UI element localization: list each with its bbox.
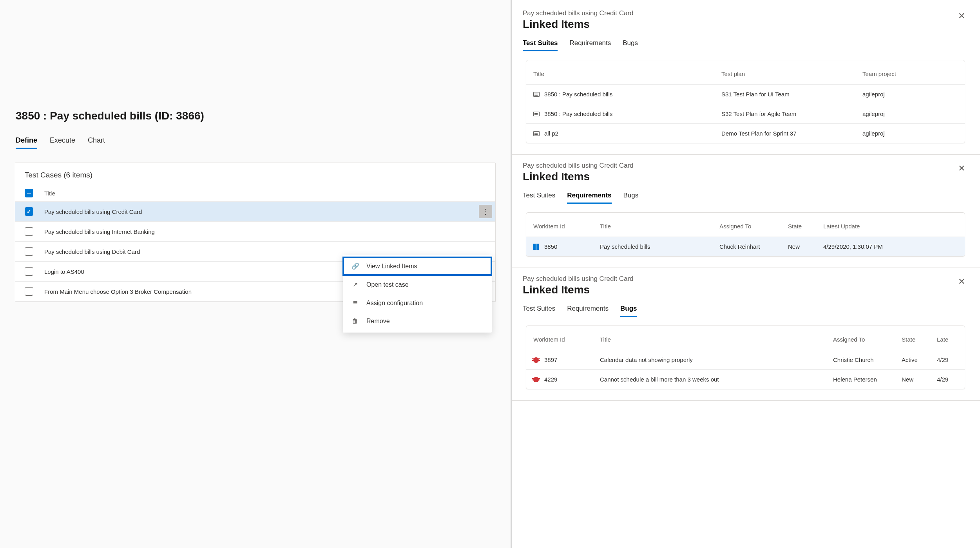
data-cell: Christie Church xyxy=(833,356,902,363)
panel-tab-bugs[interactable]: Bugs xyxy=(623,192,639,204)
test-case-title: Pay scheduled bills using Credit Card xyxy=(44,208,486,215)
data-cell: Chuck Reinhart xyxy=(719,243,788,250)
data-cell: 3850 : Pay scheduled bills xyxy=(533,91,721,98)
test-cases-header: Test Cases (6 items) xyxy=(15,163,495,185)
data-cell: 3850 xyxy=(533,243,600,250)
tab-define[interactable]: Define xyxy=(16,136,37,149)
data-header-row: WorkItem IdTitleAssigned ToStateLatest U… xyxy=(526,213,965,237)
data-cell: Helena Petersen xyxy=(833,376,902,383)
suite-icon xyxy=(533,92,540,97)
select-all-checkbox[interactable] xyxy=(25,189,33,197)
data-cell: 4229 xyxy=(533,376,600,383)
data-row[interactable]: 3850 : Pay scheduled billsS32 Test Plan … xyxy=(526,104,965,123)
data-cell: Cannot schedule a bill more than 3 weeks… xyxy=(600,376,833,383)
data-cell: S32 Test Plan for Agile Team xyxy=(721,110,862,117)
row-checkbox[interactable] xyxy=(25,267,33,276)
data-cell: Pay scheduled bills xyxy=(600,243,719,250)
ctx-label: Remove xyxy=(366,318,390,325)
data-cell: agileproj xyxy=(862,91,958,98)
column-header[interactable]: Title xyxy=(533,71,721,77)
ctx-icon: ≣ xyxy=(351,299,359,307)
column-header[interactable]: Latest Update xyxy=(823,223,958,230)
panel-tab-bugs[interactable]: Bugs xyxy=(620,305,637,317)
row-checkbox[interactable] xyxy=(25,207,33,216)
more-actions-button[interactable]: ⋮ xyxy=(479,205,492,218)
data-cell: all p2 xyxy=(533,130,721,137)
data-row[interactable]: 3897Calendar data not showing properlyCh… xyxy=(526,350,965,369)
test-case-title: Pay scheduled bills using Internet Banki… xyxy=(44,228,486,235)
ctx-icon: 🗑 xyxy=(351,318,359,325)
column-header[interactable]: Assigned To xyxy=(719,223,788,230)
row-checkbox[interactable] xyxy=(25,227,33,236)
panel-tabs: Test SuitesRequirementsBugs xyxy=(523,39,965,51)
tab-execute[interactable]: Execute xyxy=(50,136,75,149)
linked-items-panel: Pay scheduled bills using Credit CardLin… xyxy=(512,268,980,401)
data-cell: New xyxy=(788,243,823,250)
data-row[interactable]: 3850Pay scheduled billsChuck ReinhartNew… xyxy=(526,237,965,256)
main-tabs: DefineExecuteChart xyxy=(15,136,496,149)
ctx-item-assign-configuration[interactable]: ≣Assign configuration xyxy=(343,294,492,312)
data-cell: Demo Test Plan for Sprint 37 xyxy=(721,130,862,137)
test-cases-columns: Title xyxy=(15,185,495,202)
column-header[interactable]: Title xyxy=(600,223,719,230)
test-case-row[interactable]: Pay scheduled bills using Internet Banki… xyxy=(15,222,495,242)
data-cell: New xyxy=(902,376,937,383)
ctx-label: Assign configuration xyxy=(366,300,423,307)
ctx-icon: ↗ xyxy=(351,281,359,288)
test-case-title: Pay scheduled bills using Debit Card xyxy=(44,248,486,255)
data-cell: Active xyxy=(902,356,937,363)
close-icon[interactable]: ✕ xyxy=(958,11,965,21)
data-cell: S31 Test Plan for UI Team xyxy=(721,91,862,98)
column-header[interactable]: WorkItem Id xyxy=(533,223,600,230)
panel-tab-bugs[interactable]: Bugs xyxy=(623,39,638,51)
ctx-label: View Linked Items xyxy=(366,263,417,270)
data-row[interactable]: all p2Demo Test Plan for Sprint 37agilep… xyxy=(526,123,965,143)
row-checkbox[interactable] xyxy=(25,247,33,256)
data-cell: agileproj xyxy=(862,130,958,137)
ctx-item-remove[interactable]: 🗑Remove xyxy=(343,312,492,330)
panel-subtitle: Pay scheduled bills using Credit Card xyxy=(523,162,965,170)
bug-icon xyxy=(533,357,539,363)
panel-tab-requirements[interactable]: Requirements xyxy=(567,305,609,317)
column-header[interactable]: State xyxy=(788,223,823,230)
test-case-row[interactable]: Pay scheduled bills using Credit Card⋮ xyxy=(15,202,495,222)
panel-tab-test-suites[interactable]: Test Suites xyxy=(523,305,555,317)
linked-items-panel: Pay scheduled bills using Credit CardLin… xyxy=(512,2,980,155)
story-icon xyxy=(533,244,539,250)
bug-icon xyxy=(533,377,539,382)
column-header[interactable]: WorkItem Id xyxy=(533,336,600,343)
column-header[interactable]: State xyxy=(902,336,937,343)
data-cell: agileproj xyxy=(862,110,958,117)
close-icon[interactable]: ✕ xyxy=(958,277,965,287)
panel-subtitle: Pay scheduled bills using Credit Card xyxy=(523,9,965,17)
panel-tab-requirements[interactable]: Requirements xyxy=(567,192,611,204)
ctx-item-view-linked-items[interactable]: 🔗View Linked Items xyxy=(343,257,492,275)
column-header[interactable]: Assigned To xyxy=(833,336,902,343)
context-menu: 🔗View Linked Items↗Open test case≣Assign… xyxy=(343,255,492,333)
column-header[interactable]: Test plan xyxy=(721,71,862,77)
panel-tab-requirements[interactable]: Requirements xyxy=(569,39,611,51)
data-row[interactable]: 3850 : Pay scheduled billsS31 Test Plan … xyxy=(526,84,965,104)
row-checkbox[interactable] xyxy=(25,287,33,296)
data-card: WorkItem IdTitleAssigned ToStateLate3897… xyxy=(526,326,965,389)
panel-heading: Linked Items xyxy=(523,18,965,31)
panel-tab-test-suites[interactable]: Test Suites xyxy=(523,192,555,204)
panel-heading: Linked Items xyxy=(523,284,965,296)
suite-icon xyxy=(533,112,540,116)
data-row[interactable]: 4229Cannot schedule a bill more than 3 w… xyxy=(526,369,965,389)
column-header[interactable]: Team project xyxy=(862,71,958,77)
data-cell: 4/29 xyxy=(937,376,958,383)
tab-chart[interactable]: Chart xyxy=(88,136,105,149)
column-header[interactable]: Late xyxy=(937,336,958,343)
panel-tabs: Test SuitesRequirementsBugs xyxy=(523,305,965,317)
panel-tab-test-suites[interactable]: Test Suites xyxy=(523,39,558,51)
data-cell: 4/29 xyxy=(937,356,958,363)
data-cell: 3897 xyxy=(533,356,600,363)
data-cell: 3850 : Pay scheduled bills xyxy=(533,110,721,117)
column-title[interactable]: Title xyxy=(44,190,55,197)
close-icon[interactable]: ✕ xyxy=(958,163,965,174)
panel-tabs: Test SuitesRequirementsBugs xyxy=(523,192,965,204)
ctx-item-open-test-case[interactable]: ↗Open test case xyxy=(343,275,492,294)
ctx-label: Open test case xyxy=(366,281,409,288)
column-header[interactable]: Title xyxy=(600,336,833,343)
